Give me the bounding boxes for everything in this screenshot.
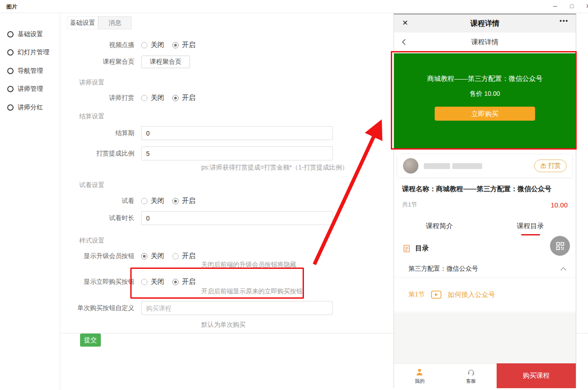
radio-icon[interactable] <box>172 253 179 259</box>
sidebar-item-slides[interactable]: 幻灯片管理 <box>7 48 49 57</box>
qr-code-icon <box>555 241 565 251</box>
radio-label: 关闭 <box>151 41 164 49</box>
section-settlement: 结算设置 <box>79 113 104 121</box>
radio-option-off[interactable]: 关闭 <box>141 41 164 49</box>
phone-page-title: 课程详情 <box>394 14 576 33</box>
course-meta: 共1节 10.00 <box>402 201 568 209</box>
avatar <box>403 158 418 174</box>
settlement-period-input[interactable] <box>141 126 333 140</box>
chapter-row[interactable]: 第三方配置：微信公众号 <box>394 261 576 277</box>
sidebar-item-label: 幻灯片管理 <box>18 48 49 56</box>
tab-messages[interactable]: 消息 <box>98 16 132 29</box>
phone-navbar: 课程详情 <box>394 33 576 52</box>
window-title: 图片 <box>6 3 17 11</box>
catalog-header: 目录 <box>403 244 429 253</box>
radio-label: 开启 <box>182 94 195 102</box>
sidebar-item-basic-settings[interactable]: 基础设置 <box>7 30 43 39</box>
sidebar-item-label: 讲师分红 <box>18 103 43 112</box>
reward-button[interactable]: 打赏 <box>534 160 567 172</box>
sidebar-item-teachers[interactable]: 讲师管理 <box>7 85 43 94</box>
sidebar-item-label: 基础设置 <box>18 30 43 38</box>
lesson-number: 第1节 <box>408 291 425 299</box>
qr-code-button[interactable] <box>550 236 570 256</box>
radio-icon[interactable] <box>172 198 179 204</box>
radio-icon[interactable] <box>141 279 147 285</box>
radio-option-on[interactable]: 开启 <box>172 197 195 205</box>
sidebar: 基础设置 幻灯片管理 导航管理 讲师管理 讲师分红 <box>0 13 60 390</box>
minimize-icon[interactable]: ─ <box>553 3 557 9</box>
course-price: 10.00 <box>550 201 568 209</box>
list-divider <box>394 312 576 312</box>
lesson-title: 如何接入公众号 <box>448 291 495 299</box>
tabbar-left: 我的 客服 <box>394 363 497 388</box>
course-name: 课程名称：商城教程——第三方配置：微信公众号 <box>402 185 551 193</box>
tab-course-catalog[interactable]: 课程目录 <box>485 219 576 237</box>
radio-option-off[interactable]: 关闭 <box>141 94 164 102</box>
radio-label: 关闭 <box>151 277 164 286</box>
chapter-title: 第三方配置：微信公众号 <box>408 265 478 273</box>
sidebar-item-teacher-dividend[interactable]: 讲师分红 <box>7 103 43 112</box>
sidebar-item-label: 讲师管理 <box>18 85 43 93</box>
banner-price: 售价 10.00 <box>394 90 576 98</box>
blurred-name-block <box>424 163 450 169</box>
headset-icon <box>467 368 475 376</box>
screen: 图片 ─ □ ✕ 基础设置 幻灯片管理 导航管理 讲师管理 讲师分红 基础设置 … <box>0 0 588 390</box>
tabbar-item-service[interactable]: 客服 <box>446 364 497 388</box>
blurred-name-block <box>452 163 482 169</box>
active-tab-underline <box>521 234 540 235</box>
tab-basic-settings[interactable]: 基础设置 <box>67 16 98 29</box>
show-upgrade-hint: 关闭后前端的升级会员按钮将隐藏 <box>201 261 296 269</box>
lesson-row[interactable]: 第1节 如何接入公众号 <box>408 286 567 304</box>
chevron-up-icon <box>560 267 567 271</box>
sidebar-item-label: 导航管理 <box>18 67 43 75</box>
radio-option-off[interactable]: 关闭 <box>141 197 164 205</box>
course-sections: 共1节 <box>402 201 417 209</box>
radio-circle-icon <box>7 86 14 92</box>
course-tabs: 课程简介 课程目录 <box>394 219 576 237</box>
radio-icon[interactable] <box>141 42 147 48</box>
section-trial: 试看设置 <box>79 181 104 189</box>
radio-label: 关闭 <box>151 94 164 102</box>
radio-icon[interactable] <box>141 198 147 204</box>
radio-icon[interactable] <box>172 279 179 285</box>
play-icon <box>431 291 441 299</box>
radio-option-on[interactable]: 开启 <box>172 94 195 102</box>
radio-icon[interactable] <box>141 253 147 259</box>
sidebar-item-navigation[interactable]: 导航管理 <box>7 66 43 75</box>
course-banner: 商城教程——第三方配置：微信公众号 售价 10.00 立即购买 <box>394 53 576 149</box>
radio-icon[interactable] <box>172 95 179 101</box>
buy-button-custom-input[interactable] <box>141 301 333 315</box>
aggregation-page-button[interactable]: 课程聚合页 <box>141 56 190 68</box>
radio-label: 关闭 <box>151 252 164 260</box>
submit-button[interactable]: 提交 <box>80 334 101 347</box>
gift-icon <box>540 163 546 169</box>
empty-area <box>394 313 576 363</box>
radio-label: 开启 <box>182 197 195 205</box>
trial-duration-input[interactable] <box>141 211 333 225</box>
maximize-icon[interactable]: □ <box>570 3 574 9</box>
buy-now-button[interactable]: 立即购买 <box>435 107 535 121</box>
more-icon[interactable]: ••• <box>560 17 569 24</box>
tab-course-intro[interactable]: 课程简介 <box>394 219 485 237</box>
radio-label: 开启 <box>182 41 195 49</box>
phone-tabbar: 我的 客服 购买课程 <box>394 363 576 388</box>
radio-option-on[interactable]: 开启 <box>172 277 195 286</box>
document-icon <box>403 244 410 253</box>
tab-label: 课程目录 <box>517 222 544 230</box>
close-icon[interactable]: ✕ <box>586 3 588 9</box>
radio-option-on[interactable]: 开启 <box>172 41 195 49</box>
tabbar-label: 客服 <box>466 378 476 385</box>
radio-circle-icon <box>7 68 14 74</box>
tabbar-item-mine[interactable]: 我的 <box>394 364 446 388</box>
radio-option-off[interactable]: 关闭 <box>141 252 164 260</box>
radio-circle-icon <box>7 49 14 56</box>
reward-ratio-hint: ps:讲师获得打赏提成=打赏金额*（1-打赏提成比例） <box>201 164 348 172</box>
buy-course-button[interactable]: 购买课程 <box>497 363 576 388</box>
tab-label: 课程简介 <box>426 222 453 230</box>
reward-ratio-input[interactable] <box>141 146 333 160</box>
radio-option-off[interactable]: 关闭 <box>141 277 164 286</box>
radio-option-on[interactable]: 开启 <box>172 252 195 260</box>
radio-icon[interactable] <box>141 95 147 101</box>
show-buy-now-hint: 开启后前端显示原来的立即购买按钮 <box>201 287 303 296</box>
radio-icon[interactable] <box>172 42 179 48</box>
